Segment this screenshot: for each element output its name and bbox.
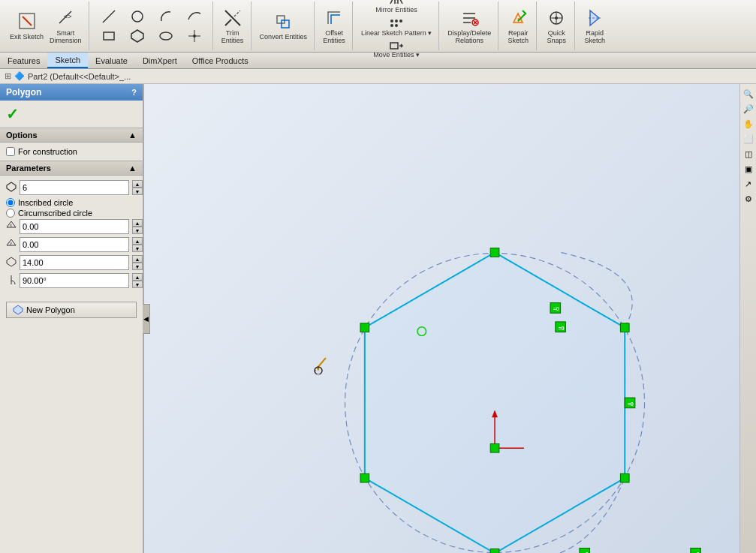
toolbar-group-convert: Convert Entities xyxy=(253,2,315,50)
svg-marker-46 xyxy=(365,252,625,553)
sides-up-button[interactable]: ▲ xyxy=(132,180,143,188)
main-toolbar: Exit Sketch <> SmartDimension xyxy=(0,0,756,53)
y-row: y ▲ ▼ xyxy=(6,237,137,252)
menu-evaluate[interactable]: Evaluate xyxy=(88,53,135,68)
convert-entities-button[interactable]: Convert Entities xyxy=(258,10,310,42)
sides-spinner: ▲ ▼ xyxy=(132,180,143,195)
rapid-sketch-button[interactable]: RapidSketch xyxy=(581,6,608,46)
point-tool-button[interactable] xyxy=(181,27,208,45)
display-delete-label: Display/DeleteRelations xyxy=(447,29,491,44)
toolbar-group-offset: OffsetEntities xyxy=(316,2,353,50)
exit-sketch-label: Exit Sketch xyxy=(10,33,44,41)
trim-entities-button[interactable]: TrimEntities xyxy=(219,6,246,46)
view-orientation-button[interactable]: ↗ xyxy=(742,177,755,191)
arc-tool-button[interactable] xyxy=(152,8,179,26)
view-zoom-out-button[interactable]: 🔎 xyxy=(742,102,755,116)
sides-row: ▲ ▼ xyxy=(6,180,137,195)
canvas-area[interactable]: =0 =0 =0 =0 =0 xyxy=(144,84,739,553)
svg-text:=0: =0 xyxy=(628,401,634,407)
angle-spinner: ▲ ▼ xyxy=(132,273,143,288)
left-panel: Polygon ? ✓ Options ▲ For construction P… xyxy=(0,84,144,553)
angle-input[interactable] xyxy=(20,273,129,288)
circle-tool-button[interactable] xyxy=(124,8,151,26)
right-toolbar: 🔍 🔎 ✋ ⬜ ◫ ▣ ↗ ⚙ xyxy=(739,84,756,553)
smart-dimension-button[interactable]: <> SmartDimension xyxy=(47,7,84,46)
offset-entities-button[interactable]: OffsetEntities xyxy=(321,6,348,46)
x-spinner: ▲ ▼ xyxy=(132,219,143,234)
line-tool-button[interactable] xyxy=(95,8,122,26)
svg-marker-37 xyxy=(7,182,16,191)
view-fit-button[interactable]: ⬜ xyxy=(742,132,755,146)
settings-button[interactable]: ⚙ xyxy=(742,192,755,206)
for-construction-checkbox[interactable] xyxy=(6,147,15,156)
menu-dimxpert[interactable]: DimXpert xyxy=(135,53,185,68)
mirror-entities-button[interactable]: Mirror Entities xyxy=(373,0,420,15)
radius-up-button[interactable]: ▲ xyxy=(132,255,143,263)
exit-sketch-icon xyxy=(18,12,36,32)
panel-collapse-button[interactable]: ◀ xyxy=(143,304,150,334)
move-entities-button[interactable]: Move Entities ▾ xyxy=(371,40,422,60)
svg-point-34 xyxy=(555,17,558,20)
main-area: Polygon ? ✓ Options ▲ For construction P… xyxy=(0,84,756,553)
y-down-button[interactable]: ▼ xyxy=(132,245,143,252)
menu-sketch[interactable]: Sketch xyxy=(47,53,88,68)
sides-input[interactable] xyxy=(20,180,129,195)
angle-row: ▲ ▼ xyxy=(6,273,137,288)
parameters-section-header[interactable]: Parameters ▲ xyxy=(0,161,143,176)
parameters-content: ▲ ▼ Inscribed circle Circumscribed circl… xyxy=(0,176,143,296)
display-delete-button[interactable]: Display/DeleteRelations xyxy=(445,6,493,46)
for-construction-row: For construction xyxy=(6,147,137,156)
menu-office-products[interactable]: Office Products xyxy=(185,53,256,68)
svg-line-4 xyxy=(103,11,115,23)
panel-header: Polygon ? xyxy=(0,84,143,101)
check-button[interactable]: ✓ xyxy=(6,105,137,123)
rect-tool-button[interactable] xyxy=(95,27,122,45)
options-label: Options xyxy=(6,131,38,140)
quick-snaps-button[interactable]: QuickSnaps xyxy=(543,6,570,46)
svg-line-1 xyxy=(23,17,32,26)
y-up-button[interactable]: ▲ xyxy=(132,237,143,245)
toolbar-group-draw xyxy=(91,2,213,50)
ellipse-tool-button[interactable] xyxy=(152,27,179,45)
radius-down-button[interactable]: ▼ xyxy=(132,263,143,270)
inscribed-label: Inscribed circle xyxy=(18,198,73,207)
x-up-button[interactable]: ▲ xyxy=(132,219,143,227)
radius-input[interactable] xyxy=(20,255,129,270)
smart-dimension-icon: <> xyxy=(56,8,74,29)
toolbar-group-repair: ! RepairSketch xyxy=(500,2,537,50)
sides-down-button[interactable]: ▼ xyxy=(132,188,143,195)
radius-spinner: ▲ ▼ xyxy=(132,255,143,270)
polygon-tool-button[interactable] xyxy=(124,27,151,45)
svg-rect-15 xyxy=(282,20,289,28)
breadcrumb-icon2: 🔷 xyxy=(14,71,25,81)
options-section-header[interactable]: Options ▲ xyxy=(0,128,143,143)
breadcrumb-expand-icon[interactable]: ⊞ xyxy=(5,71,11,81)
exit-sketch-button[interactable]: Exit Sketch xyxy=(8,11,46,42)
x-input[interactable] xyxy=(20,219,129,234)
spline-tool-button[interactable] xyxy=(181,8,208,26)
circumscribed-radio[interactable] xyxy=(6,209,15,218)
panel-help-button[interactable]: ? xyxy=(131,88,137,97)
menu-features[interactable]: Features xyxy=(0,53,47,68)
angle-down-button[interactable]: ▼ xyxy=(132,281,143,288)
view-section-button[interactable]: ▣ xyxy=(742,162,755,176)
view-zoom-in-button[interactable]: 🔍 xyxy=(742,87,755,101)
svg-marker-44 xyxy=(14,305,23,314)
repair-sketch-button[interactable]: ! RepairSketch xyxy=(505,6,532,46)
svg-rect-49 xyxy=(620,473,629,482)
angle-up-button[interactable]: ▲ xyxy=(132,273,143,281)
x-down-button[interactable]: ▼ xyxy=(132,227,143,234)
view-pan-button[interactable]: ✋ xyxy=(742,117,755,131)
y-input[interactable] xyxy=(20,237,129,252)
new-polygon-button[interactable]: New Polygon xyxy=(6,302,137,318)
toolbar-group-trim: TrimEntities xyxy=(215,2,251,50)
linear-sketch-button[interactable]: Linear Sketch Pattern ▾ xyxy=(359,17,434,38)
mirror-entities-label: Mirror Entities xyxy=(375,6,417,14)
svg-point-21 xyxy=(395,24,398,27)
inscribed-radio[interactable] xyxy=(6,198,15,207)
svg-point-20 xyxy=(390,24,393,27)
convert-entities-label: Convert Entities xyxy=(260,33,308,41)
repair-sketch-label: RepairSketch xyxy=(508,29,529,44)
smart-dimension-label: SmartDimension xyxy=(50,29,82,44)
view-display-button[interactable]: ◫ xyxy=(742,147,755,161)
